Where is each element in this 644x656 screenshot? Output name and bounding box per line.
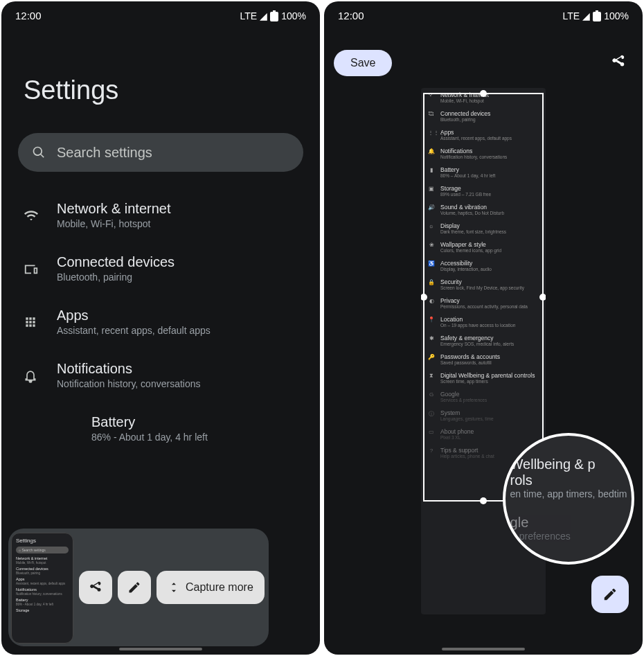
status-battery: 100% bbox=[604, 10, 629, 21]
mag-line2-title: gle bbox=[510, 515, 529, 530]
item-sub: Notification history, conversations bbox=[57, 378, 298, 389]
save-button[interactable]: Save bbox=[334, 50, 392, 76]
signal-icon: ◢ bbox=[582, 10, 590, 21]
item-title: Notifications bbox=[57, 361, 298, 377]
battery-icon bbox=[593, 10, 601, 21]
settings-item-notifications[interactable]: Notifications Notification history, conv… bbox=[1, 348, 320, 402]
item-sub: 86% - About 1 day, 4 hr left bbox=[57, 432, 298, 443]
item-sub: Assistant, recent apps, default apps bbox=[57, 325, 298, 336]
settings-item-network[interactable]: Network & internet Mobile, Wi-Fi, hotspo… bbox=[1, 188, 320, 242]
mag-line2-sub: & preferences bbox=[510, 531, 571, 542]
edit-button[interactable] bbox=[118, 571, 151, 604]
search-input[interactable]: Search settings bbox=[18, 133, 303, 172]
status-lte: LTE bbox=[240, 10, 258, 21]
apps-icon bbox=[24, 315, 40, 329]
magnifier: Wellbeing & p rols en time, app timers, … bbox=[503, 433, 634, 565]
page-title: Settings bbox=[1, 27, 320, 133]
status-bar: 12:00 LTE ◢ 100% bbox=[324, 1, 643, 27]
item-title: Battery bbox=[57, 414, 298, 430]
screenshot-toast: Settings ⌕ Search settings Network & int… bbox=[8, 529, 269, 646]
bell-icon bbox=[24, 368, 40, 383]
settings-list: Network & internet Mobile, Wi-Fi, hotspo… bbox=[1, 172, 320, 472]
settings-item-battery[interactable]: Battery 86% - About 1 day, 4 hr left bbox=[1, 402, 320, 455]
capture-more-button[interactable]: Capture more bbox=[156, 571, 265, 604]
edit-fab[interactable] bbox=[591, 576, 629, 613]
search-placeholder: Search settings bbox=[57, 145, 152, 161]
signal-icon: ◢ bbox=[260, 10, 267, 21]
settings-item-apps[interactable]: Apps Assistant, recent apps, default app… bbox=[1, 295, 320, 348]
mag-line1-sub: en time, app timers, bedtim bbox=[510, 488, 627, 499]
status-bar: 12:00 LTE ◢ 100% bbox=[1, 1, 320, 27]
battery-icon bbox=[270, 10, 278, 21]
item-sub: Bluetooth, pairing bbox=[57, 272, 298, 283]
status-lte: LTE bbox=[563, 10, 580, 21]
status-right: LTE ◢ 100% bbox=[240, 10, 306, 21]
capture-more-label: Capture more bbox=[186, 581, 253, 594]
status-time: 12:00 bbox=[15, 10, 42, 21]
crop-handle-bottom[interactable] bbox=[480, 497, 487, 504]
mag-line1-title: Wellbeing & p bbox=[510, 456, 596, 472]
status-time: 12:00 bbox=[338, 10, 364, 21]
screenshot-thumbnail[interactable]: Settings ⌕ Search settings Network & int… bbox=[11, 533, 73, 644]
share-button[interactable] bbox=[79, 571, 112, 604]
item-title: Network & internet bbox=[57, 201, 298, 217]
crop-handle-top[interactable] bbox=[480, 90, 487, 97]
home-indicator bbox=[119, 648, 202, 650]
search-icon bbox=[32, 145, 46, 159]
phone-left-settings: 12:00 LTE ◢ 100% Settings Search setting… bbox=[1, 1, 320, 655]
status-right: LTE ◢ 100% bbox=[563, 10, 629, 21]
crop-frame[interactable] bbox=[423, 93, 544, 502]
mag-line1-title2: rols bbox=[510, 472, 533, 488]
devices-icon bbox=[24, 261, 40, 276]
item-title: Apps bbox=[57, 308, 298, 323]
share-button[interactable] bbox=[611, 54, 626, 69]
settings-item-connected[interactable]: Connected devices Bluetooth, pairing bbox=[1, 242, 320, 295]
wifi-icon bbox=[24, 208, 40, 223]
item-title: Connected devices bbox=[57, 254, 298, 270]
item-sub: Mobile, Wi-Fi, hotspot bbox=[57, 218, 298, 229]
home-indicator bbox=[442, 648, 525, 650]
status-battery: 100% bbox=[281, 10, 306, 21]
phone-right-capture-editor: 12:00 LTE ◢ 100% Save ᯤNetwork & interne… bbox=[324, 1, 643, 655]
